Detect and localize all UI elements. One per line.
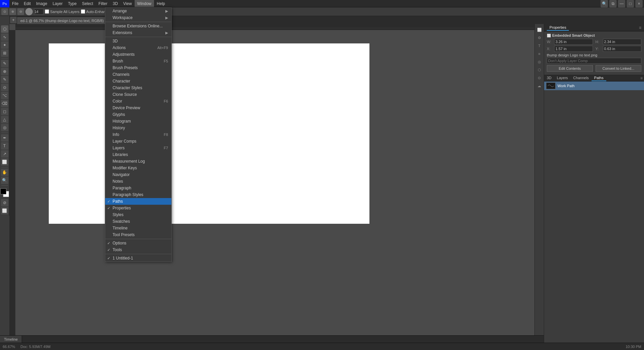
menu-swatches[interactable]: Swatches <box>105 218 171 225</box>
panel-toggle-6[interactable]: ⬡ <box>536 66 543 73</box>
menu-edit[interactable]: Edit <box>21 0 33 7</box>
menu-file[interactable]: File <box>9 0 21 7</box>
menu-tools[interactable]: ✓ Tools <box>105 246 171 253</box>
panel-collapse-icon[interactable]: ≡ <box>639 25 641 30</box>
tool-history[interactable]: ⌥ <box>1 92 8 99</box>
menu-view[interactable]: View <box>121 0 135 7</box>
tool-mode[interactable]: ⊘ <box>1 199 8 206</box>
edit-contents-button[interactable]: Edit Contents <box>547 65 593 72</box>
timeline-tab[interactable]: Timeline <box>0 336 22 343</box>
menu-options[interactable]: ✓ Options <box>105 240 171 246</box>
tool-hand[interactable]: ✋ <box>1 169 8 176</box>
new-tab-button[interactable]: + <box>10 17 17 23</box>
menu-navigator[interactable]: Navigator <box>105 171 171 178</box>
menu-tool-presets[interactable]: Tool Presets <box>105 231 171 238</box>
panel-toggle-7[interactable]: ⊙ <box>536 74 543 81</box>
panel-toggle-1[interactable]: ⬜ <box>536 26 543 33</box>
menu-layer[interactable]: Layer <box>50 0 65 7</box>
menu-3d[interactable]: 3D <box>105 38 171 44</box>
convert-to-linked-button[interactable]: Convert to Linked... <box>596 65 642 72</box>
menu-measurement-log[interactable]: Measurement Log <box>105 158 171 165</box>
tool-heal[interactable]: ⊕ <box>1 68 8 75</box>
menu-layers[interactable]: Layers F7 <box>105 145 171 151</box>
document-tab[interactable]: ed-1 @ 66.7% (thump design Logo no text,… <box>17 17 111 24</box>
tool-path-select[interactable]: ↗ <box>1 150 8 158</box>
menu-actions[interactable]: Actions Alt+F9 <box>105 44 171 51</box>
tab-properties[interactable]: Properties <box>547 25 569 31</box>
menu-arrange[interactable]: Arrange ▶ <box>105 8 171 14</box>
foreground-color[interactable] <box>0 188 6 194</box>
menu-character[interactable]: Character <box>105 78 171 84</box>
arrangement-button[interactable]: ⧉ <box>609 0 617 7</box>
panel-toggle-4[interactable]: ≡ <box>536 50 543 57</box>
menu-help[interactable]: Help <box>154 0 168 7</box>
menu-notes[interactable]: Notes <box>105 178 171 185</box>
search-button[interactable]: 🔍 <box>601 0 608 7</box>
tool-option-1[interactable]: ⊕ <box>9 8 16 15</box>
menu-window[interactable]: Window <box>135 0 154 7</box>
menu-properties[interactable]: ✓ Properties <box>105 205 171 211</box>
menu-brush-presets[interactable]: Brush Presets <box>105 64 171 71</box>
menu-layer-comps[interactable]: Layer Comps <box>105 138 171 145</box>
tool-eyedropper[interactable]: ✎ <box>1 60 8 67</box>
menu-extensions[interactable]: Extensions ▶ <box>105 29 171 36</box>
tool-zoom[interactable]: 🔍 <box>1 177 8 184</box>
panel-toggle-2[interactable]: ⚙ <box>536 34 543 41</box>
canvas-content[interactable] <box>15 30 544 343</box>
tool-quickselect[interactable]: ✦ <box>1 41 8 49</box>
tool-pen[interactable]: ✒ <box>1 134 8 142</box>
menu-character-styles[interactable]: Character Styles <box>105 84 171 91</box>
sample-all-layers-checkbox[interactable]: Sample All Layers <box>45 9 79 14</box>
tool-crop[interactable]: ⊞ <box>1 49 8 57</box>
menu-paragraph-styles[interactable]: Paragraph Styles <box>105 191 171 198</box>
menu-timeline[interactable]: Timeline <box>105 225 171 231</box>
brush-preview[interactable] <box>25 8 33 15</box>
menu-image[interactable]: Image <box>33 0 50 7</box>
panel-menu-icon[interactable]: ≡ <box>640 76 643 80</box>
tool-frame[interactable]: ⬜ <box>1 207 8 214</box>
minimize-button[interactable]: — <box>618 0 625 7</box>
work-path-row[interactable]: Work Path <box>544 81 644 90</box>
tab-3d[interactable]: 3D <box>544 75 554 81</box>
menu-untitled-1[interactable]: ✓ 1 Untitled-1 <box>105 255 171 261</box>
layer-comp-dropdown[interactable] <box>547 58 641 64</box>
tool-shape[interactable]: ⬜ <box>1 158 8 166</box>
tool-option-2[interactable]: ⊖ <box>17 8 24 15</box>
tab-paths[interactable]: Paths <box>592 75 606 81</box>
h-field[interactable] <box>603 39 642 45</box>
menu-filter[interactable]: Filter <box>96 0 110 7</box>
fg-bg-colors[interactable] <box>0 188 9 197</box>
menu-device-preview[interactable]: Device Preview <box>105 105 171 111</box>
tool-blur[interactable]: △ <box>1 116 8 123</box>
brush-size-input[interactable] <box>34 9 43 15</box>
maximize-button[interactable]: □ <box>627 0 634 7</box>
menu-select[interactable]: Select <box>79 0 96 7</box>
menu-clone-source[interactable]: Clone Source <box>105 91 171 98</box>
menu-paragraph[interactable]: Paragraph <box>105 185 171 191</box>
menu-3d[interactable]: 3D <box>110 0 120 7</box>
y-field[interactable] <box>603 46 642 52</box>
tab-channels[interactable]: Channels <box>571 75 591 81</box>
tool-eraser[interactable]: ⌫ <box>1 100 8 107</box>
panel-toggle-3[interactable]: T <box>536 42 543 49</box>
menu-styles[interactable]: Styles <box>105 211 171 218</box>
menu-history[interactable]: History <box>105 125 171 131</box>
menu-libraries[interactable]: Libraries <box>105 151 171 158</box>
selection-tool-icon[interactable]: ⊙ <box>1 8 8 15</box>
menu-histogram[interactable]: Histogram <box>105 118 171 125</box>
tool-dodge[interactable]: ◎ <box>1 124 8 131</box>
menu-brush[interactable]: Brush F5 <box>105 58 171 64</box>
menu-info[interactable]: Info F8 <box>105 131 171 138</box>
x-field[interactable] <box>554 46 593 52</box>
menu-modifier-keys[interactable]: Modifier Keys <box>105 165 171 171</box>
tool-marquee[interactable]: ⬡ <box>1 25 8 33</box>
panel-toggle-5[interactable]: ◎ <box>536 58 543 65</box>
panel-options[interactable]: ≡ <box>640 75 644 81</box>
panel-toggle-8[interactable]: ☁ <box>536 82 543 90</box>
menu-browse-extensions[interactable]: Browse Extensions Online... <box>105 23 171 29</box>
tool-clone[interactable]: ⊙ <box>1 84 8 91</box>
menu-type[interactable]: Type <box>65 0 79 7</box>
tool-gradient[interactable]: ◻ <box>1 108 8 115</box>
menu-adjustments[interactable]: Adjustments <box>105 51 171 58</box>
close-button[interactable]: × <box>635 0 643 7</box>
